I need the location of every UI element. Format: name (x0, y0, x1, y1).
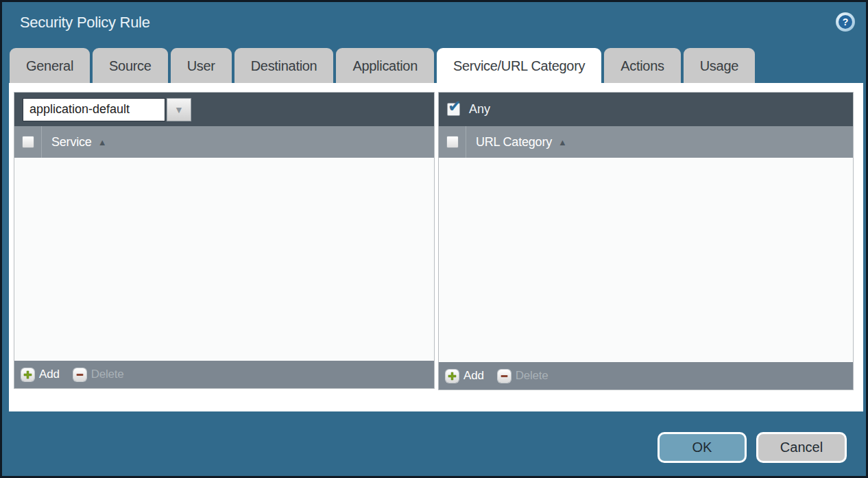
tab-usage[interactable]: Usage (684, 48, 755, 83)
any-row: ✔ Any (447, 102, 490, 117)
delete-icon (73, 368, 86, 381)
sort-ascending-icon: ▲ (558, 137, 567, 147)
service-toolbar: ▼ (14, 93, 434, 126)
service-type-combo: ▼ (23, 98, 191, 121)
service-table-body[interactable] (14, 158, 434, 361)
tab-source[interactable]: Source (93, 48, 168, 83)
checkmark-icon: ✔ (448, 98, 461, 115)
any-checkbox[interactable]: ✔ (447, 103, 460, 116)
any-label: Any (469, 102, 490, 117)
dialog-title: Security Policy Rule (20, 14, 150, 32)
service-table-header: Service ▲ (14, 126, 434, 158)
url-category-column-header[interactable]: URL Category ▲ (466, 126, 567, 158)
tab-actions[interactable]: Actions (604, 48, 681, 83)
tab-destination[interactable]: Destination (234, 48, 334, 83)
service-panel: ▼ Service ▲ (14, 92, 435, 389)
service-delete-button[interactable]: Delete (73, 368, 124, 381)
tab-user[interactable]: User (171, 48, 232, 83)
service-footer: Add Delete (14, 361, 434, 388)
tab-bar: General Source User Destination Applicat… (10, 48, 755, 83)
url-category-footer: Add Delete (439, 362, 853, 390)
add-icon (446, 370, 459, 383)
service-type-dropdown-button[interactable]: ▼ (167, 98, 191, 121)
cancel-button[interactable]: Cancel (756, 432, 847, 463)
service-column-header[interactable]: Service ▲ (42, 126, 106, 158)
url-category-panel: ✔ Any URL Category ▲ (438, 92, 854, 390)
chevron-down-icon: ▼ (174, 104, 184, 115)
help-icon[interactable]: ? (836, 12, 855, 32)
url-category-table-body[interactable] (439, 158, 853, 362)
add-icon (21, 368, 34, 381)
sort-ascending-icon: ▲ (98, 137, 107, 147)
delete-icon (498, 370, 511, 383)
url-category-add-button[interactable]: Add (446, 369, 484, 383)
tab-general[interactable]: General (10, 48, 90, 83)
service-type-input[interactable] (23, 98, 165, 121)
url-category-select-all-checkbox[interactable] (446, 136, 459, 148)
tab-application[interactable]: Application (336, 48, 434, 83)
tab-service-url-category[interactable]: Service/URL Category (437, 48, 601, 83)
security-policy-rule-dialog: Security Policy Rule ? General Source Us… (0, 0, 868, 478)
dialog-button-row: OK Cancel (658, 432, 847, 463)
ok-button[interactable]: OK (658, 432, 747, 463)
url-category-table-header: URL Category ▲ (439, 126, 853, 158)
service-select-all-checkbox[interactable] (22, 136, 34, 148)
url-category-delete-button[interactable]: Delete (498, 369, 548, 383)
url-category-toolbar: ✔ Any (439, 93, 853, 126)
tab-content: ▼ Service ▲ (9, 83, 863, 411)
question-mark-icon: ? (839, 15, 852, 29)
service-add-button[interactable]: Add (21, 368, 60, 381)
